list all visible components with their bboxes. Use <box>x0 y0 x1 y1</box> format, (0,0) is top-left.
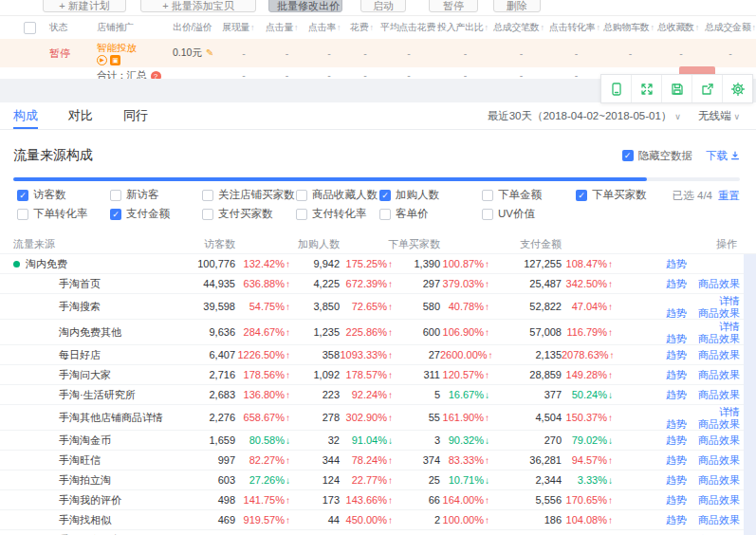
sort-arrow-icon[interactable]: ↑ <box>369 23 373 32</box>
checkbox-icon[interactable] <box>482 209 493 220</box>
sort-arrow-icon[interactable]: ↑ <box>294 23 298 32</box>
column-访客数[interactable]: 访客数 <box>204 237 235 251</box>
traffic-row[interactable]: 手淘问大家2,716178.56%↑1,092178.57%↑311120.57… <box>0 364 756 384</box>
action-商品效果[interactable]: 商品效果 <box>696 418 740 430</box>
tab-对比[interactable]: 对比 <box>68 102 93 129</box>
terminal-selector[interactable]: 无线端∨ <box>698 102 740 129</box>
metric-checkbox[interactable]: 下单金额 <box>482 188 542 202</box>
checkbox-checked-icon[interactable]: ✓ <box>17 190 28 201</box>
tab-同行[interactable]: 同行 <box>123 102 148 129</box>
sort-arrow-icon[interactable]: ↑ <box>541 23 544 32</box>
fullscreen-icon[interactable] <box>631 75 661 102</box>
column-header[interactable]: 点击转化率↑ <box>549 21 603 34</box>
action-趋势[interactable]: 趋势 <box>666 454 687 466</box>
sort-arrow-icon[interactable]: ↑ <box>250 23 254 32</box>
action-商品效果[interactable]: 商品效果 <box>696 474 740 486</box>
tab-构成[interactable]: 构成 <box>13 102 38 129</box>
sort-arrow-icon[interactable]: ↑ <box>485 23 489 32</box>
reset-link[interactable]: 重置 <box>718 189 740 203</box>
column-header[interactable]: 总购物车数↑ <box>603 21 657 34</box>
column-下单买家数[interactable]: 下单买家数 <box>388 237 440 251</box>
action-商品效果[interactable]: 商品效果 <box>696 369 740 380</box>
action-商品效果[interactable]: 商品效果 <box>696 494 740 506</box>
traffic-row[interactable]: 手淘其他店铺商品详情2,276658.67%↑278302.90%↑55161.… <box>0 404 756 430</box>
action-趋势[interactable]: 趋势 <box>666 349 687 360</box>
action-趋势[interactable]: 趋势 <box>666 389 687 400</box>
column-header[interactable]: 总成交金额↑ <box>705 21 756 34</box>
metric-checkbox[interactable]: ✓支付金额 <box>110 207 170 221</box>
metric-checkbox[interactable]: 客单价 <box>379 207 429 221</box>
checkbox-checked-icon[interactable]: ✓ <box>622 150 634 161</box>
column-header[interactable]: 投入产出比↑ <box>437 21 493 34</box>
sort-arrow-icon[interactable]: ↑ <box>597 23 600 32</box>
checkbox-icon[interactable] <box>296 209 307 220</box>
traffic-row[interactable]: 手淘搜索39,59854.75%↑3,85072.65%↑58040.78%↑5… <box>0 293 756 319</box>
toolbar-button[interactable]: + 新建计划 <box>43 0 126 12</box>
metric-checkbox[interactable]: UV价值 <box>482 207 535 221</box>
column-header[interactable]: 展现量↑ <box>222 21 266 34</box>
checkbox-icon[interactable] <box>482 190 493 201</box>
horizontal-scrollbar[interactable] <box>13 177 740 181</box>
toolbar-button[interactable]: 删除 <box>493 0 541 12</box>
checkbox-icon[interactable] <box>110 190 121 201</box>
download-link[interactable]: 下载 <box>706 149 740 163</box>
toolbar-button[interactable]: 启动 <box>360 0 406 12</box>
traffic-row[interactable]: 手淘淘金币1,65980.58%↓3291.04%↓390.32%↓27079.… <box>0 430 756 450</box>
action-商品效果[interactable]: 商品效果 <box>696 434 740 446</box>
mobile-icon[interactable] <box>601 75 631 102</box>
checkbox-icon[interactable] <box>379 209 391 220</box>
traffic-row[interactable]: 手淘消息中心41192.06%↑89106.98%↑5951.28%↑5,496… <box>0 529 756 535</box>
metric-checkbox[interactable]: 关注店铺买家数 <box>202 188 295 202</box>
action-详情[interactable]: 详情 <box>719 406 740 417</box>
traffic-row[interactable]: 手淘找相似469919.57%↑44450.00%↑2100.00%↑18610… <box>0 509 756 529</box>
traffic-row[interactable]: 手淘拍立淘60327.26%↓12422.77%↑2510.71%↓2,3443… <box>0 470 756 489</box>
action-商品效果[interactable]: 商品效果 <box>696 514 740 526</box>
column-header[interactable]: 店铺推广 <box>97 21 173 34</box>
scrollbar-thumb[interactable] <box>13 177 647 181</box>
action-商品效果[interactable]: 商品效果 <box>696 333 740 344</box>
select-all-checkbox[interactable] <box>24 22 36 34</box>
action-趋势[interactable]: 趋势 <box>666 418 687 430</box>
checkbox-icon[interactable] <box>202 190 213 201</box>
action-趋势[interactable]: 趋势 <box>666 278 687 289</box>
toolbar-button[interactable]: 暂停 <box>429 0 478 12</box>
vertical-scrollbar[interactable] <box>744 254 756 535</box>
campaign-row[interactable]: 暂停智能投放▶▣0.10元✎----------- <box>0 39 756 67</box>
checkbox-icon[interactable] <box>202 209 213 220</box>
export-icon[interactable] <box>691 75 722 102</box>
checkbox-checked-icon[interactable]: ✓ <box>379 190 391 201</box>
edit-pencil-icon[interactable]: ✎ <box>206 47 213 58</box>
action-趋势[interactable]: 趋势 <box>666 494 687 506</box>
traffic-row[interactable]: 每日好店6,4071226.50%↑3581093.33%↑272600.00%… <box>0 344 756 364</box>
column-加购人数[interactable]: 加购人数 <box>298 237 340 251</box>
metric-checkbox[interactable]: ✓下单买家数 <box>576 188 647 202</box>
traffic-row[interactable]: 淘内免费其他9,636284.67%↑1,235225.86%↑600106.9… <box>0 319 756 344</box>
metric-checkbox[interactable]: ✓加购人数 <box>379 188 439 202</box>
action-趋势[interactable]: 趋势 <box>666 514 687 526</box>
action-商品效果[interactable]: 商品效果 <box>696 454 740 466</box>
traffic-row[interactable]: 手淘首页44,935636.88%↑4,225672.39%↑297379.03… <box>0 273 756 293</box>
metric-checkbox[interactable]: ✓访客数 <box>17 188 66 202</box>
column-header[interactable]: 花费↑ <box>350 21 380 34</box>
column-header[interactable]: 出价/溢价 <box>173 21 222 34</box>
action-详情[interactable]: 详情 <box>719 321 740 332</box>
sort-arrow-icon[interactable]: ↑ <box>695 23 699 32</box>
column-支付金额[interactable]: 支付金额 <box>520 237 562 251</box>
sort-arrow-icon[interactable]: ↑ <box>752 23 756 32</box>
traffic-row[interactable]: 淘内免费100,776132.42%↑9,942175.25%↑1,390100… <box>0 253 756 273</box>
toolbar-button[interactable]: 批量修改出价 <box>268 0 342 12</box>
question-icon[interactable]: ? <box>151 71 161 80</box>
action-商品效果[interactable]: 商品效果 <box>696 278 740 289</box>
action-商品效果[interactable]: 商品效果 <box>696 389 740 400</box>
action-商品效果[interactable]: 商品效果 <box>696 307 740 319</box>
action-详情[interactable]: 详情 <box>719 295 740 306</box>
checkbox-checked-icon[interactable]: ✓ <box>110 209 121 220</box>
traffic-row[interactable]: 手淘我的评价498141.75%↑173143.66%↑66164.00%↑5,… <box>0 489 756 509</box>
column-header[interactable]: 状态 <box>49 21 97 34</box>
checkbox-checked-icon[interactable]: ✓ <box>576 190 587 201</box>
sort-arrow-icon[interactable]: ↑ <box>337 23 341 32</box>
play-icon[interactable]: ▶ <box>97 55 107 65</box>
action-趋势[interactable]: 趋势 <box>666 333 687 344</box>
action-趋势[interactable]: 趋势 <box>666 258 687 269</box>
date-range-selector[interactable]: 最近30天（2018-04-02~2018-05-01）∨ <box>488 102 681 129</box>
